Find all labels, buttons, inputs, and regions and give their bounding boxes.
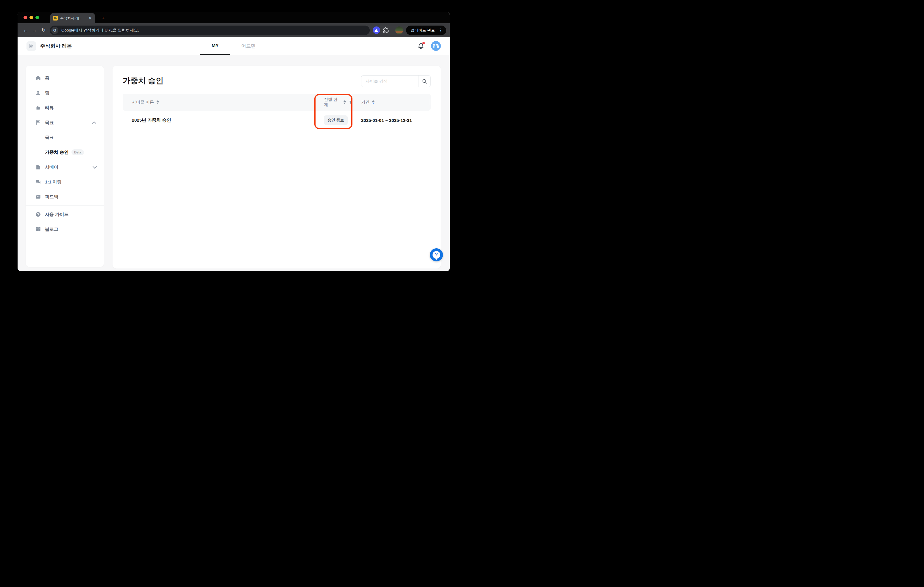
help-bubble-icon: ?: [432, 251, 440, 259]
sidebar-item-team[interactable]: 팀: [26, 86, 104, 100]
reload-icon[interactable]: ↻: [39, 26, 48, 35]
sidebar-item-label: 사용 가이드: [45, 212, 68, 217]
flag-icon: [35, 120, 41, 125]
sort-icon[interactable]: [343, 100, 346, 104]
thumbs-up-icon: [35, 105, 41, 111]
address-placeholder: Google에서 검색하거나 URL을 입력하세요.: [61, 28, 139, 33]
sidebar-item-review[interactable]: 리뷰: [26, 100, 104, 115]
chrome-menu-icon[interactable]: ⋮: [437, 28, 444, 33]
fullscreen-window-button[interactable]: [35, 16, 39, 19]
minimize-window-button[interactable]: [30, 16, 33, 19]
column-label: 사이클 이름: [132, 100, 154, 105]
app-header: 주식회사 레몬 MY 어드민 유정: [18, 37, 450, 55]
sidebar-item-label: 피드백: [45, 194, 58, 200]
browser-profile-avatar[interactable]: [395, 26, 403, 34]
book-icon: [35, 226, 41, 232]
user-avatar[interactable]: 유정: [431, 41, 441, 51]
tab-close-icon[interactable]: ✕: [88, 15, 92, 21]
header-right: 유정: [417, 41, 441, 51]
address-bar[interactable]: G Google에서 검색하거나 URL을 입력하세요.: [50, 26, 370, 35]
page-body: 홈 팀 리뷰 목표 목표: [18, 55, 450, 271]
search-button[interactable]: [419, 76, 431, 87]
sidebar-item-label: 리뷰: [45, 105, 54, 111]
sidebar-item-user-guide[interactable]: 사용 가이드: [26, 207, 104, 222]
sidebar-item-label: 1:1 미팅: [45, 179, 62, 185]
beta-badge: Beta: [71, 149, 84, 155]
cycle-search: [361, 75, 431, 87]
mail-icon: [35, 194, 41, 200]
table-row[interactable]: 2025년 가중치 승인 승인 종료 2025-01-01 ~ 2025-12-…: [123, 111, 431, 130]
tab-title: 주식회사 레몬 - 최유정: [60, 16, 86, 21]
sidebar-item-label: 홈: [45, 75, 50, 81]
new-tab-button[interactable]: +: [99, 13, 107, 23]
company-name: 주식회사 레몬: [40, 43, 72, 49]
toolbar-right: 업데이트 완료 ⋮: [373, 26, 446, 35]
browser-window: lb 주식회사 레몬 - 최유정 ✕ + ← → ↻ G Google에서 검색…: [18, 12, 450, 271]
sidebar-item-home[interactable]: 홈: [26, 71, 104, 86]
sidebar: 홈 팀 리뷰 목표 목표: [26, 66, 104, 267]
extensions-puzzle-icon[interactable]: [383, 27, 389, 33]
sidebar-item-feedback[interactable]: 피드백: [26, 189, 104, 204]
search-input[interactable]: [361, 76, 419, 87]
column-cycle-name: 사이클 이름: [123, 100, 315, 105]
document-icon: [35, 164, 41, 170]
tab-favicon-icon: lb: [53, 16, 58, 21]
sort-icon[interactable]: [157, 100, 159, 104]
sidebar-item-blog[interactable]: 블로그: [26, 222, 104, 237]
header-tabs: MY 어드민: [200, 37, 264, 55]
notification-button[interactable]: [417, 43, 424, 50]
sidebar-item-label: 목표: [45, 120, 54, 125]
window-controls: [18, 12, 43, 23]
cycle-period: 2025-01-01 ~ 2025-12-31: [361, 118, 412, 123]
sidebar-divider: [26, 206, 104, 206]
sidebar-item-survey[interactable]: 서베이: [26, 159, 104, 174]
column-label: 진행 단계: [324, 97, 341, 108]
update-label: 업데이트 완료: [411, 28, 435, 33]
cycle-table: 사이클 이름 진행 단계 기간: [123, 94, 431, 130]
tab-admin[interactable]: 어드민: [234, 37, 264, 55]
chevron-down-icon[interactable]: [92, 164, 97, 169]
notification-badge: [422, 42, 425, 44]
sidebar-item-label: 가중치 승인: [45, 150, 68, 155]
stage-badge: 승인 종료: [324, 115, 348, 125]
browser-toolbar: ← → ↻ G Google에서 검색하거나 URL을 입력하세요. 업데이트 …: [18, 23, 450, 37]
chat-icon: [35, 179, 41, 185]
browser-tab[interactable]: lb 주식회사 레몬 - 최유정 ✕: [50, 13, 95, 23]
main-content: 가중치 승인 사이클 이름 진행 단계: [112, 66, 441, 268]
column-label: 기간: [361, 100, 370, 105]
company-logo[interactable]: [26, 41, 36, 51]
column-resize-handle[interactable]: [430, 99, 430, 105]
question-circle-icon: [35, 211, 41, 217]
extension-icon[interactable]: [373, 26, 380, 34]
sidebar-item-one-on-one[interactable]: 1:1 미팅: [26, 174, 104, 189]
sidebar-item-label: 서베이: [45, 164, 58, 170]
column-stage: 진행 단계: [315, 97, 353, 108]
sidebar-subitem-goals[interactable]: 목표: [26, 130, 104, 145]
help-button[interactable]: ?: [430, 248, 443, 261]
sidebar-item-label: 블로그: [45, 227, 58, 232]
titlebar: lb 주식회사 레몬 - 최유정 ✕ +: [18, 12, 450, 23]
sidebar-item-label: 팀: [45, 90, 50, 96]
home-icon: [35, 75, 41, 81]
tab-my[interactable]: MY: [200, 37, 230, 55]
search-icon: [422, 79, 427, 84]
column-period: 기간: [353, 100, 431, 105]
google-icon: G: [51, 27, 58, 34]
person-icon: [35, 90, 41, 96]
filter-icon[interactable]: [348, 100, 353, 104]
sidebar-subitem-weight-approval[interactable]: 가중치 승인 Beta: [26, 145, 104, 159]
forward-icon: →: [30, 26, 39, 35]
cycle-name[interactable]: 2025년 가중치 승인: [132, 117, 171, 123]
table-header: 사이클 이름 진행 단계 기간: [123, 94, 431, 111]
sidebar-item-label: 목표: [45, 135, 54, 140]
chevron-up-icon[interactable]: [92, 121, 96, 125]
question-mark: ?: [432, 251, 440, 259]
close-window-button[interactable]: [23, 16, 27, 19]
sort-icon[interactable]: [372, 100, 375, 104]
back-icon[interactable]: ←: [21, 26, 30, 35]
update-button[interactable]: 업데이트 완료 ⋮: [406, 26, 446, 35]
building-icon: [28, 43, 34, 49]
sidebar-item-goals[interactable]: 목표: [26, 115, 104, 130]
